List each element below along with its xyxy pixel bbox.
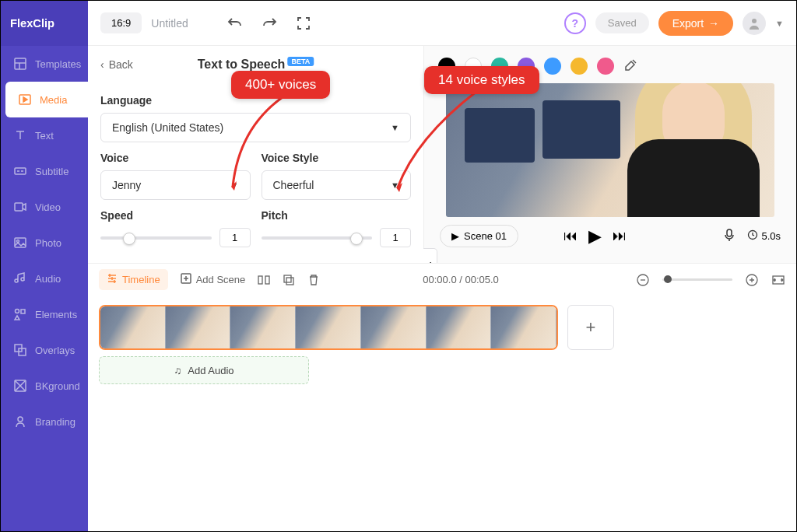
sidebar-item-label: BKground <box>35 380 80 392</box>
svg-rect-16 <box>727 229 732 236</box>
svg-point-13 <box>752 19 757 23</box>
color-swatch-white[interactable] <box>465 58 482 75</box>
duration-display[interactable]: 5.0s <box>747 229 781 243</box>
svg-rect-21 <box>284 275 291 282</box>
video-preview[interactable] <box>446 83 774 217</box>
project-title-input[interactable] <box>151 17 213 30</box>
next-button[interactable]: ⏭ <box>613 228 627 244</box>
color-swatch-teal[interactable] <box>491 58 508 75</box>
delete-button[interactable] <box>307 274 320 286</box>
color-swatch-blue[interactable] <box>544 58 561 75</box>
sidebar-item-templates[interactable]: Templates <box>1 46 88 82</box>
elements-icon <box>13 307 27 321</box>
fullscreen-button[interactable] <box>291 11 316 36</box>
add-clip-button[interactable]: + <box>567 305 614 350</box>
split-button[interactable] <box>258 274 270 286</box>
svg-rect-22 <box>286 278 293 285</box>
user-avatar[interactable] <box>743 12 766 35</box>
timeline-time: 00:00.0 / 00:05.0 <box>423 274 499 285</box>
sidebar-item-video[interactable]: Video <box>1 189 88 225</box>
zoom-in-button[interactable] <box>745 273 759 287</box>
fit-button[interactable] <box>771 273 785 287</box>
chevron-down-icon[interactable]: ▼ <box>775 19 784 28</box>
voice-select[interactable]: Jenny ▼ <box>100 170 251 200</box>
zoom-out-button[interactable] <box>636 273 650 287</box>
voice-label: Voice <box>100 152 251 164</box>
prev-button[interactable]: ⏮ <box>564 228 578 244</box>
play-icon: ▶ <box>451 230 459 242</box>
clip-thumb <box>230 306 296 348</box>
add-scene-button[interactable]: Add Scene <box>181 273 246 286</box>
add-audio-track[interactable]: ♫ Add Audio <box>99 356 309 384</box>
templates-icon <box>13 57 27 71</box>
svg-rect-3 <box>15 168 26 174</box>
color-palette <box>434 54 787 83</box>
export-button[interactable]: Export→ <box>658 11 733 36</box>
color-picker-icon[interactable] <box>623 57 639 75</box>
subtitle-icon <box>13 164 27 178</box>
copy-button[interactable] <box>283 274 295 286</box>
color-swatch-purple[interactable] <box>518 58 535 75</box>
audio-icon <box>13 271 27 285</box>
svg-rect-8 <box>21 310 25 313</box>
sidebar-item-audio[interactable]: Audio <box>1 261 88 296</box>
clip-thumb <box>296 306 361 348</box>
photo-icon <box>13 236 27 250</box>
overlays-icon <box>13 343 27 357</box>
panel-title: Text to SpeechBETA <box>198 58 314 72</box>
redo-button[interactable] <box>257 11 282 36</box>
timeline-clip[interactable]: 01 <box>99 305 558 350</box>
svg-rect-1 <box>15 58 26 69</box>
zoom-slider[interactable] <box>662 278 732 281</box>
bkground-icon <box>13 379 27 393</box>
sidebar-item-bkground[interactable]: BKground <box>1 368 88 404</box>
panel-collapse-button[interactable]: ‹ <box>423 248 437 263</box>
sidebar-item-label: Overlays <box>35 345 75 356</box>
color-swatch-pink[interactable] <box>597 58 614 75</box>
sidebar-item-subtitle[interactable]: Subtitle <box>1 153 88 189</box>
clip-thumb <box>427 306 492 348</box>
help-button[interactable]: ? <box>564 12 586 34</box>
clip-thumb <box>166 306 231 348</box>
clip-thumb <box>100 306 166 348</box>
pitch-slider[interactable] <box>262 236 373 240</box>
plus-square-icon <box>181 273 191 286</box>
sidebar-item-overlays[interactable]: Overlays <box>1 332 88 368</box>
undo-button[interactable] <box>223 11 248 36</box>
svg-point-7 <box>16 310 19 313</box>
svg-rect-5 <box>15 238 26 247</box>
svg-point-12 <box>18 417 23 422</box>
saved-status: Saved <box>595 12 649 33</box>
text-label: Text <box>100 261 122 263</box>
speed-label: Speed <box>100 209 133 222</box>
pitch-input[interactable] <box>380 228 411 247</box>
sidebar-item-photo[interactable]: Photo <box>1 225 88 261</box>
play-button[interactable]: ▶ <box>588 226 602 247</box>
sidebar-item-label: Subtitle <box>35 166 68 177</box>
sidebar-item-elements[interactable]: Elements <box>1 296 88 332</box>
timeline-icon <box>107 273 118 286</box>
timeline-tab[interactable]: Timeline <box>99 269 168 290</box>
sidebar-item-label: Photo <box>35 237 61 249</box>
brand-logo: FlexClip <box>1 1 88 46</box>
color-swatch-yellow[interactable] <box>571 58 588 75</box>
scene-indicator[interactable]: ▶ Scene 01 <box>440 225 518 247</box>
video-icon <box>13 200 27 214</box>
sidebar-item-media[interactable]: Media <box>5 82 88 117</box>
mic-icon[interactable] <box>722 228 736 245</box>
arrow-right-icon: → <box>708 17 719 30</box>
sidebar-item-text[interactable]: Text <box>1 117 88 153</box>
chevron-left-icon: ‹ <box>100 58 104 71</box>
aspect-ratio-selector[interactable]: 16:9 <box>100 12 142 33</box>
chevron-left-icon: ‹ <box>429 258 432 263</box>
svg-text:FlexClip: FlexClip <box>10 16 54 29</box>
branding-icon <box>13 415 27 429</box>
char-count: 0/1000 <box>382 262 411 263</box>
media-icon <box>18 93 32 107</box>
speed-slider[interactable] <box>100 236 212 240</box>
pitch-label: Pitch <box>262 209 288 222</box>
color-swatch-black[interactable] <box>438 58 455 75</box>
sidebar-item-branding[interactable]: Branding <box>1 404 88 439</box>
back-button[interactable]: ‹ Back <box>100 58 133 71</box>
speed-input[interactable] <box>219 228 251 247</box>
